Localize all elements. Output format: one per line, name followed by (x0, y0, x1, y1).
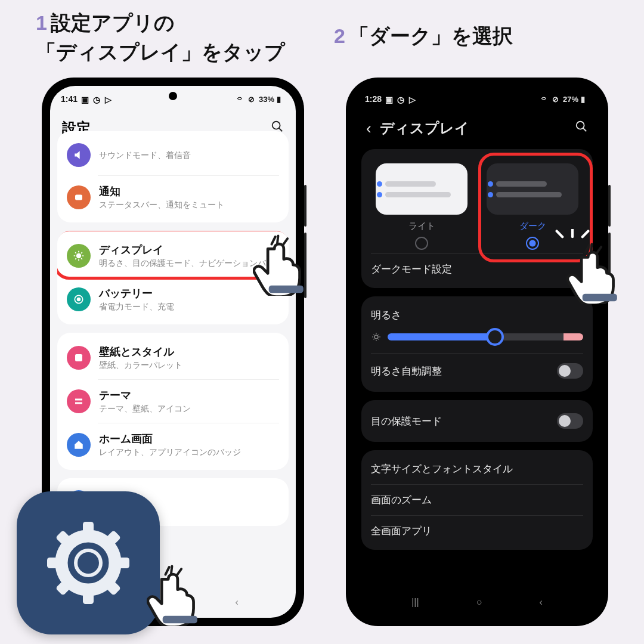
settings-app-icon[interactable] (17, 491, 160, 634)
wifi-icon: ⌔ (237, 95, 246, 103)
row-theme[interactable]: テーマ テーマ、壁紙、アイコン (57, 380, 289, 423)
svg-point-14 (76, 253, 81, 258)
theme-icon (67, 389, 91, 413)
nav-recents-icon[interactable]: ||| (411, 597, 419, 608)
row-notifications[interactable]: 通知 ステータスバー、通知をミュート (57, 176, 289, 219)
android-navbar: ||| ○ ‹ (354, 592, 600, 613)
svg-rect-17 (75, 354, 82, 361)
home-icon (67, 433, 91, 457)
image-icon: ▣ (385, 95, 394, 103)
image-icon: ▣ (81, 95, 89, 103)
row-sound[interactable]: サウンドモード、着信音 (57, 135, 289, 175)
row-display[interactable]: ディスプレイ 明るさ、目の保護モード、ナビゲーションバー (57, 234, 289, 277)
battery-icon (67, 287, 91, 311)
svg-point-12 (273, 122, 280, 129)
radio-dark[interactable] (526, 237, 539, 250)
page-title: ディスプレイ (380, 119, 575, 138)
row-home[interactable]: ホーム画面 レイアウト、アプリアイコンのバッジ (57, 423, 289, 466)
step-1-caption: 1設定アプリの 「ディスプレイ」をタップ (36, 8, 285, 67)
toggle-eye-comfort[interactable] (557, 413, 583, 429)
row-battery[interactable]: バッテリー 省電力モード、充電 (57, 278, 289, 321)
notifications-icon (67, 185, 91, 209)
display-icon (67, 244, 91, 268)
status-time: 1:41 (61, 94, 78, 104)
nav-back-icon[interactable]: ‹ (540, 597, 543, 608)
nodata-icon: ⊘ (248, 95, 256, 103)
battery-icon: ▮ (277, 95, 285, 103)
wifi-icon: ⌔ (541, 95, 550, 103)
clock-icon: ◷ (397, 95, 405, 103)
search-icon[interactable] (575, 120, 588, 137)
svg-point-19 (374, 335, 378, 339)
sound-icon (67, 143, 91, 167)
row-darkmode-settings[interactable]: ダークモード設定 (361, 254, 593, 284)
row-zoom[interactable]: 画面のズーム (361, 485, 593, 515)
svg-point-16 (78, 298, 80, 301)
screen-display: 1:28 ▣ ◷ ▷ ⌔ ⊘ 27% ▮ ‹ ディスプレイ (354, 86, 600, 618)
mode-dark[interactable]: ダーク (482, 163, 583, 250)
status-time: 1:28 (365, 94, 382, 104)
nav-home-icon[interactable]: ○ (476, 597, 482, 608)
sun-icon (371, 332, 382, 342)
mode-light[interactable]: ライト (371, 163, 472, 250)
row-fullscreen-apps[interactable]: 全画面アプリ (361, 516, 593, 546)
brightness-slider[interactable] (371, 332, 583, 342)
play-icon: ▷ (409, 95, 417, 103)
svg-rect-13 (75, 195, 82, 200)
row-auto-brightness[interactable]: 明るさ自動調整 (361, 354, 593, 388)
battery-icon: ▮ (581, 95, 589, 103)
toggle-auto-brightness[interactable] (557, 363, 583, 379)
brightness-section: 明るさ (361, 300, 593, 353)
clock-icon: ◷ (93, 95, 101, 103)
nav-home-icon[interactable]: ○ (172, 597, 178, 608)
play-icon: ▷ (105, 95, 113, 103)
status-battery: 27% (563, 95, 578, 104)
row-wallpaper[interactable]: 壁紙とスタイル 壁紙、カラーパレット (57, 336, 289, 379)
header: ‹ ディスプレイ (354, 107, 600, 149)
nodata-icon: ⊘ (552, 95, 561, 103)
step-2-caption: 2「ダーク」を選択 (334, 21, 513, 51)
phone-right: 1:28 ▣ ◷ ▷ ⌔ ⊘ 27% ▮ ‹ ディスプレイ (346, 78, 608, 626)
wallpaper-icon (67, 346, 91, 370)
nav-back-icon[interactable]: ‹ (236, 597, 239, 608)
status-battery: 33% (259, 95, 274, 104)
radio-light[interactable] (415, 237, 428, 250)
row-eye-comfort[interactable]: 目の保護モード (361, 404, 593, 438)
row-font[interactable]: 文字サイズとフォントスタイル (361, 454, 593, 484)
svg-point-18 (577, 122, 584, 129)
back-icon[interactable]: ‹ (366, 119, 371, 138)
